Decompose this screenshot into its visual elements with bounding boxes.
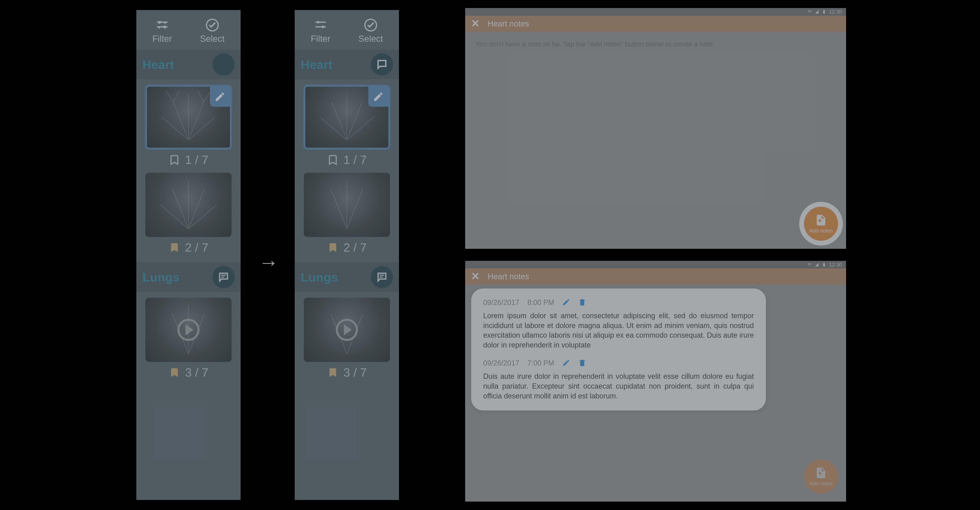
transition-arrow: → — [259, 251, 279, 274]
bookmark-outline-icon — [327, 154, 339, 166]
select-icon — [205, 18, 220, 32]
bookmark-filled-icon — [169, 242, 180, 253]
notes-card: 09/26/2017 8:00 PM Lorem ipsum dolor sit… — [471, 288, 766, 411]
section-header-lungs: Lungs — [136, 263, 240, 292]
select-label: Select — [358, 34, 383, 44]
fab-label: Add notes — [809, 228, 833, 234]
battery-icon — [822, 10, 826, 14]
counter: 2 / 7 — [185, 241, 208, 254]
select-icon — [364, 18, 378, 32]
svg-rect-15 — [824, 10, 824, 10]
thumbnail-heart-2[interactable] — [304, 173, 390, 237]
bookmark-filled-icon — [327, 242, 339, 253]
edit-note-button[interactable] — [562, 298, 570, 307]
add-note-icon — [815, 467, 827, 479]
delete-note-button[interactable] — [578, 298, 586, 307]
svg-rect-0 — [157, 22, 168, 23]
sidebar-before: Filter Select Heart 1 / 7 — [136, 10, 240, 500]
close-button[interactable] — [471, 19, 480, 28]
edit-note-button[interactable] — [562, 359, 570, 368]
play-icon — [336, 319, 358, 341]
play-icon — [177, 319, 199, 341]
note-date: 09/26/2017 — [483, 359, 519, 367]
section-header-heart: Heart — [295, 50, 399, 79]
filter-icon — [313, 18, 328, 32]
wifi-icon — [807, 263, 812, 267]
bookmark-filled-icon — [327, 367, 339, 378]
bookmark-outline-icon — [169, 154, 180, 166]
svg-point-10 — [321, 26, 324, 28]
trash-icon — [578, 298, 586, 306]
trash-icon — [578, 359, 586, 367]
notes-button[interactable] — [213, 266, 235, 288]
appbar-title: Heart notes — [488, 19, 529, 28]
counter: 1 / 7 — [185, 153, 208, 167]
status-bar: 12:30 — [465, 8, 846, 16]
section-title: Heart — [142, 57, 174, 72]
add-notes-fab[interactable]: Add notes — [804, 207, 838, 241]
svg-point-2 — [159, 21, 161, 24]
close-icon — [471, 272, 480, 280]
chat-lines-icon — [218, 271, 229, 283]
filter-button[interactable]: Filter — [153, 18, 172, 44]
filter-label: Filter — [153, 34, 172, 44]
thumbnail-heart-1[interactable] — [145, 85, 232, 149]
thumbnail-lungs-1[interactable] — [304, 298, 390, 362]
edit-thumbnail-button[interactable] — [210, 87, 230, 107]
select-button[interactable]: Select — [200, 18, 224, 44]
select-label: Select — [200, 34, 224, 44]
pencil-icon — [214, 91, 226, 102]
filter-label: Filter — [311, 34, 331, 44]
section-title: Heart — [301, 57, 332, 72]
tablet-notes-populated: 12:30 Heart notes 09/26/2017 8:00 PM — [465, 261, 846, 502]
notes-button[interactable] — [371, 266, 393, 288]
delete-note-button[interactable] — [578, 359, 586, 368]
wifi-icon — [807, 10, 812, 14]
note-item: 09/26/2017 8:00 PM Lorem ipsum dolor sit… — [483, 298, 754, 350]
app-bar: Heart notes — [465, 268, 846, 284]
chat-outline-icon — [376, 59, 388, 70]
svg-rect-1 — [157, 26, 168, 27]
section-title: Lungs — [142, 270, 180, 284]
edit-thumbnail-button[interactable] — [368, 87, 388, 107]
add-notes-fab[interactable]: Add notes — [804, 459, 838, 494]
filter-icon — [155, 18, 169, 32]
filter-button[interactable]: Filter — [311, 18, 331, 44]
add-note-icon — [815, 214, 827, 226]
select-button[interactable]: Select — [358, 18, 383, 44]
thumbnail-heart-2[interactable] — [145, 173, 232, 237]
svg-rect-14 — [823, 10, 825, 14]
notes-empty-button[interactable] — [213, 53, 235, 75]
counter: 1 / 7 — [344, 153, 367, 167]
notes-outline-button[interactable] — [371, 53, 393, 75]
appbar-title: Heart notes — [488, 272, 529, 281]
svg-rect-8 — [315, 26, 326, 27]
status-time: 12:30 — [829, 9, 842, 15]
empty-notes-message: You don't have a note so far. Tap the "A… — [465, 32, 846, 56]
note-date: 09/26/2017 — [483, 298, 519, 307]
close-button[interactable] — [471, 272, 480, 281]
thumbnail-heart-1[interactable] — [304, 85, 390, 149]
section-title: Lungs — [301, 270, 338, 284]
pencil-icon — [373, 91, 384, 102]
app-bar: Heart notes — [465, 16, 846, 32]
section-header-heart: Heart — [136, 50, 240, 79]
fab-label: Add notes — [809, 481, 833, 487]
chat-lines-icon — [376, 271, 388, 283]
ultrasound-placeholder — [304, 173, 390, 237]
svg-rect-7 — [315, 22, 326, 23]
pencil-icon — [562, 359, 570, 367]
signal-icon — [815, 263, 819, 267]
note-time: 7:00 PM — [527, 359, 554, 367]
counter: 3 / 7 — [344, 365, 367, 379]
svg-point-3 — [163, 26, 166, 28]
battery-icon — [822, 263, 826, 267]
svg-point-9 — [317, 21, 320, 24]
svg-rect-18 — [823, 263, 825, 267]
ultrasound-placeholder — [145, 173, 232, 237]
thumbnail-lungs-1[interactable] — [145, 298, 232, 362]
bookmark-filled-icon — [169, 367, 180, 378]
close-icon — [471, 19, 480, 27]
pencil-icon — [562, 298, 570, 306]
note-body: Lorem ipsum dolor sit amet, consectetur … — [483, 311, 754, 350]
